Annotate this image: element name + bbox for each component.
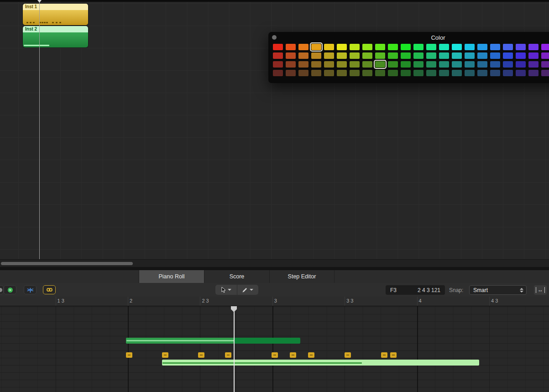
midi-note-short[interactable] — [381, 352, 387, 358]
midi-note-short[interactable] — [126, 352, 132, 358]
color-swatch[interactable] — [452, 70, 462, 76]
midi-region-inst-2[interactable]: Inst 2 — [23, 26, 88, 47]
catch-playhead-button[interactable]: >|< — [24, 285, 37, 294]
tab-score[interactable]: Score — [204, 270, 269, 283]
color-swatch[interactable] — [413, 70, 424, 76]
color-swatch[interactable] — [490, 44, 500, 50]
color-swatch[interactable] — [401, 70, 411, 76]
midi-note-short[interactable] — [198, 352, 204, 358]
color-panel[interactable]: Color — [268, 32, 549, 83]
color-swatch[interactable] — [350, 61, 360, 68]
color-swatch[interactable] — [337, 52, 347, 59]
color-swatch[interactable] — [528, 70, 539, 76]
color-swatch[interactable] — [324, 61, 334, 68]
color-swatch[interactable] — [362, 70, 372, 76]
midi-region-inst-1[interactable]: Inst 1 — [23, 4, 88, 25]
left-click-tool-button[interactable] — [215, 285, 237, 295]
color-swatch[interactable] — [388, 44, 398, 50]
color-swatch[interactable] — [401, 61, 411, 68]
color-swatch[interactable] — [426, 61, 436, 68]
color-swatch[interactable] — [401, 44, 411, 50]
color-swatch[interactable] — [541, 44, 549, 50]
color-swatch[interactable] — [388, 70, 398, 76]
color-swatch[interactable] — [298, 70, 308, 76]
color-swatch[interactable] — [273, 52, 283, 59]
color-swatch[interactable] — [298, 61, 308, 68]
piano-roll-grid[interactable] — [0, 306, 549, 392]
tab-piano-roll[interactable]: Piano Roll — [139, 270, 204, 283]
color-swatch[interactable] — [516, 61, 526, 68]
color-swatch[interactable] — [273, 44, 283, 50]
color-swatch[interactable] — [490, 61, 500, 68]
color-swatch[interactable] — [286, 44, 296, 50]
color-swatch[interactable] — [541, 52, 549, 59]
color-swatch[interactable] — [362, 52, 372, 59]
color-swatch[interactable] — [375, 52, 385, 59]
color-swatch[interactable] — [439, 70, 449, 76]
color-swatch[interactable] — [477, 61, 487, 68]
midi-note-bar[interactable] — [234, 338, 300, 344]
color-swatch[interactable] — [528, 44, 539, 50]
color-swatch[interactable] — [298, 44, 308, 50]
color-swatch[interactable] — [273, 61, 283, 68]
color-swatch[interactable] — [286, 52, 296, 59]
color-swatch[interactable] — [516, 70, 526, 76]
color-swatch[interactable] — [337, 44, 347, 50]
midi-note-short[interactable] — [308, 352, 314, 358]
color-swatch[interactable] — [375, 61, 385, 68]
color-swatch[interactable] — [426, 52, 436, 59]
color-swatch[interactable] — [375, 44, 385, 50]
color-swatch[interactable] — [465, 70, 475, 76]
color-swatch[interactable] — [477, 44, 487, 50]
color-swatch[interactable] — [337, 70, 347, 76]
color-swatch[interactable] — [452, 61, 462, 68]
color-swatch[interactable] — [401, 52, 411, 59]
midi-note-short[interactable] — [290, 352, 296, 358]
color-swatch[interactable] — [324, 44, 334, 50]
midi-note-short[interactable] — [162, 352, 168, 358]
position-display[interactable]: F3 2 4 3 121 — [386, 285, 445, 295]
color-swatch[interactable] — [426, 44, 436, 50]
color-swatch[interactable] — [490, 70, 500, 76]
color-swatch[interactable] — [413, 52, 424, 59]
piano-roll-ruler[interactable]: 1 322 333 344 3 — [0, 297, 549, 306]
snap-select[interactable]: Smart — [469, 285, 527, 295]
color-swatch[interactable] — [503, 52, 513, 59]
color-swatch[interactable] — [426, 70, 436, 76]
horizontal-scrollbar-track[interactable] — [0, 259, 549, 267]
color-swatch[interactable] — [516, 44, 526, 50]
color-swatch[interactable] — [375, 70, 385, 76]
playhead-line[interactable] — [234, 306, 235, 392]
clipped-button[interactable] — [0, 285, 4, 294]
color-swatch[interactable] — [388, 61, 398, 68]
midi-note-short[interactable] — [225, 352, 231, 358]
horizontal-scrollbar-thumb[interactable] — [1, 262, 133, 265]
color-swatch[interactable] — [490, 52, 500, 59]
color-swatch[interactable] — [528, 61, 539, 68]
color-swatch[interactable] — [541, 70, 549, 76]
color-swatch[interactable] — [311, 44, 321, 50]
color-swatch[interactable] — [439, 44, 449, 50]
color-swatch[interactable] — [350, 44, 360, 50]
color-swatch[interactable] — [465, 44, 475, 50]
midi-note-bar[interactable] — [126, 338, 234, 344]
color-swatch[interactable] — [413, 44, 424, 50]
color-swatch[interactable] — [311, 52, 321, 59]
color-swatch[interactable] — [477, 52, 487, 59]
color-swatch[interactable] — [311, 70, 321, 76]
color-swatch[interactable] — [477, 70, 487, 76]
color-swatch[interactable] — [286, 70, 296, 76]
fit-horizontal-button[interactable]: ↔ — [534, 285, 547, 295]
color-swatch[interactable] — [516, 52, 526, 59]
tab-step-editor[interactable]: Step Editor — [269, 270, 335, 283]
midi-note-short[interactable] — [390, 352, 397, 358]
color-swatch[interactable] — [362, 61, 372, 68]
command-click-tool-button[interactable] — [237, 285, 259, 295]
color-swatch[interactable] — [324, 52, 334, 59]
color-swatch[interactable] — [324, 70, 334, 76]
midi-note-short[interactable] — [345, 352, 351, 358]
color-swatch[interactable] — [439, 52, 449, 59]
color-swatch[interactable] — [337, 61, 347, 68]
color-swatch[interactable] — [503, 70, 513, 76]
color-swatch[interactable] — [388, 52, 398, 59]
